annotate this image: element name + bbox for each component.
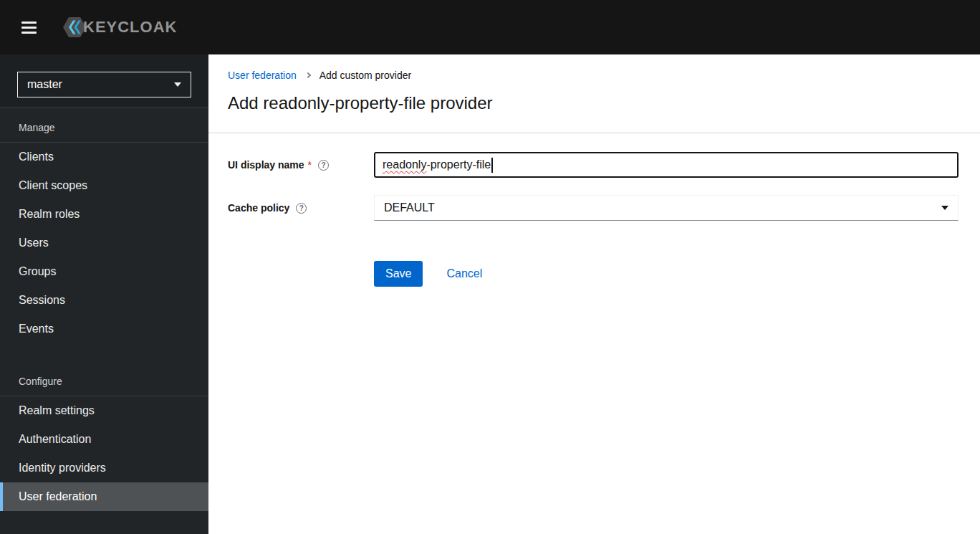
sidebar-nav: Manage Clients Client scopes Realm roles… <box>0 108 208 534</box>
sidebar-item-events[interactable]: Events <box>0 315 208 343</box>
breadcrumb: User federation Add custom provider <box>228 70 959 81</box>
sidebar-item-sessions[interactable]: Sessions <box>0 286 208 315</box>
ui-display-name-row: UI display name * ? readonly-property-fi… <box>228 152 959 178</box>
sidebar: master Manage Clients Client scopes Real… <box>0 54 208 534</box>
keycloak-admin-console: KEYCLOAK master Manage Clients Client sc… <box>0 0 980 534</box>
sidebar-item-authentication[interactable]: Authentication <box>0 425 208 454</box>
form-actions-row: Save Cancel <box>228 261 959 287</box>
realm-name: master <box>27 78 62 91</box>
required-asterisk: * <box>308 159 312 171</box>
main-content: User federation Add custom provider Add … <box>208 54 980 534</box>
breadcrumb-current: Add custom provider <box>320 70 411 81</box>
ui-display-name-input[interactable]: readonly-property-file <box>374 152 959 178</box>
brand-text: KEYCLOAK <box>83 18 177 37</box>
input-value-misspelled: readonly <box>383 158 426 171</box>
cache-policy-label: Cache policy <box>228 202 289 214</box>
sidebar-item-users[interactable]: Users <box>0 229 208 257</box>
input-value-rest: -property-file <box>426 158 491 171</box>
sidebar-item-identity-providers[interactable]: Identity providers <box>0 454 208 482</box>
sidebar-item-clients[interactable]: Clients <box>0 143 208 171</box>
ui-display-name-label: UI display name <box>228 159 304 171</box>
breadcrumb-link-user-federation[interactable]: User federation <box>228 70 297 81</box>
nav-section-manage: Manage Clients Client scopes Realm roles… <box>0 108 208 343</box>
help-icon[interactable]: ? <box>296 203 307 214</box>
cache-policy-value: DEFAULT <box>384 201 435 214</box>
cache-policy-row: Cache policy ? DEFAULT <box>228 195 959 221</box>
page-title: Add readonly-property-file provider <box>228 92 959 114</box>
caret-down-icon <box>941 206 948 210</box>
keycloak-logo: KEYCLOAK <box>62 16 177 38</box>
hamburger-icon <box>21 22 37 34</box>
add-provider-form: UI display name * ? readonly-property-fi… <box>208 133 980 304</box>
nav-section-title-configure: Configure <box>0 343 208 396</box>
nav-toggle-button[interactable] <box>19 16 39 39</box>
app-header: KEYCLOAK <box>0 0 980 54</box>
help-icon[interactable]: ? <box>318 160 329 171</box>
cache-policy-select[interactable]: DEFAULT <box>374 195 959 221</box>
realm-selector-area: master <box>0 54 208 108</box>
realm-selector[interactable]: master <box>17 72 191 97</box>
nav-section-configure: Configure Realm settings Authentication … <box>0 343 208 511</box>
save-button[interactable]: Save <box>374 261 423 287</box>
sidebar-item-realm-settings[interactable]: Realm settings <box>0 396 208 425</box>
angle-right-icon <box>304 72 310 78</box>
sidebar-item-client-scopes[interactable]: Client scopes <box>0 171 208 200</box>
chevron-down-icon <box>174 82 181 87</box>
sidebar-item-user-federation[interactable]: User federation <box>0 482 208 511</box>
page-header-section: User federation Add custom provider Add … <box>208 54 980 133</box>
sidebar-item-realm-roles[interactable]: Realm roles <box>0 200 208 229</box>
nav-section-title-manage: Manage <box>0 108 208 143</box>
sidebar-item-groups[interactable]: Groups <box>0 257 208 286</box>
cancel-button[interactable]: Cancel <box>446 267 482 280</box>
text-cursor <box>491 158 493 173</box>
